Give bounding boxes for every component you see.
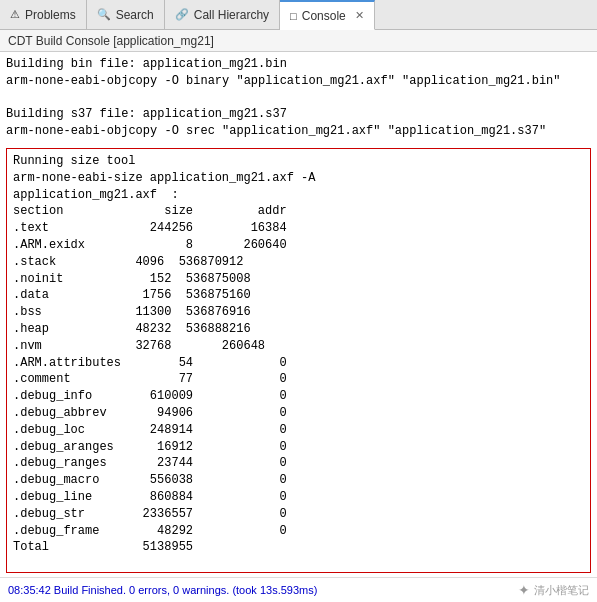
tab-problems[interactable]: ⚠ Problems bbox=[0, 0, 87, 29]
watermark-icon: ✦ bbox=[518, 582, 530, 598]
tab-console-label: Console bbox=[302, 9, 346, 23]
console-area: Building bin file: application_mg21.bin … bbox=[0, 52, 597, 602]
tab-call-hierarchy-label: Call Hierarchy bbox=[194, 8, 269, 22]
tab-console-close[interactable]: ✕ bbox=[355, 9, 364, 22]
status-text: 08:35:42 Build Finished. 0 errors, 0 war… bbox=[8, 584, 317, 596]
tab-search-label: Search bbox=[116, 8, 154, 22]
tab-bar: ⚠ Problems 🔍 Search 🔗 Call Hierarchy □ C… bbox=[0, 0, 597, 30]
output-bordered: Running size tool arm-none-eabi-size app… bbox=[6, 148, 591, 573]
console-icon: □ bbox=[290, 10, 297, 22]
call-hierarchy-icon: 🔗 bbox=[175, 8, 189, 21]
watermark: ✦ 清小楷笔记 bbox=[518, 582, 589, 598]
console-title: CDT Build Console [application_mg21] bbox=[8, 34, 214, 48]
watermark-text: 清小楷笔记 bbox=[534, 583, 589, 598]
tab-problems-label: Problems bbox=[25, 8, 76, 22]
tab-console[interactable]: □ Console ✕ bbox=[280, 0, 375, 30]
status-bar: 08:35:42 Build Finished. 0 errors, 0 war… bbox=[0, 577, 597, 602]
tab-call-hierarchy[interactable]: 🔗 Call Hierarchy bbox=[165, 0, 280, 29]
tab-search[interactable]: 🔍 Search bbox=[87, 0, 165, 29]
problems-icon: ⚠ bbox=[10, 8, 20, 21]
search-icon: 🔍 bbox=[97, 8, 111, 21]
output-top: Building bin file: application_mg21.bin … bbox=[0, 52, 597, 144]
console-header: CDT Build Console [application_mg21] bbox=[0, 30, 597, 52]
